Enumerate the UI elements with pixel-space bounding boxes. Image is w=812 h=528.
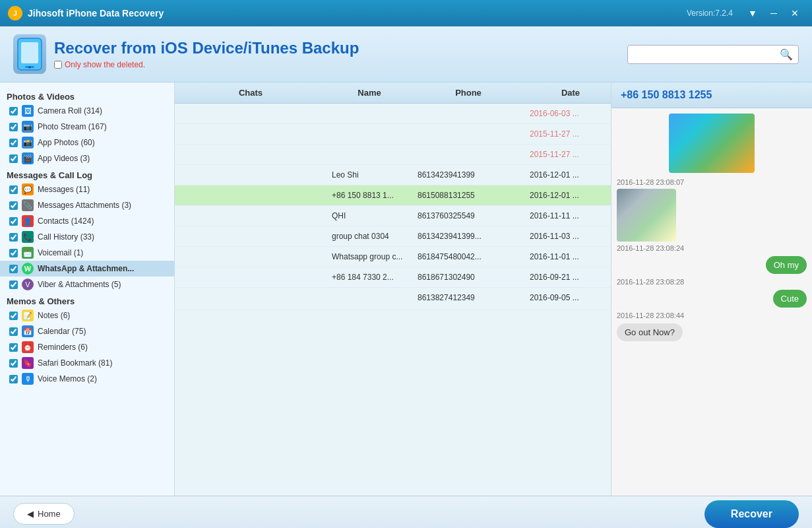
sidebar-check-app-videos[interactable] <box>9 154 18 163</box>
chat-timestamp-2: 2016-11-28 23:08:24 <box>617 244 807 252</box>
table-row[interactable]: DongAn Qin8618129900849...2015-11-27 ... <box>175 145 611 165</box>
table-row[interactable]: Have you been there?🌟Stephen Teo微信...861… <box>175 288 611 310</box>
sidebar-check-camera-roll[interactable] <box>9 107 18 116</box>
header: Recover from iOS Device/iTunes Backup On… <box>0 26 812 82</box>
sidebar-item-app-videos[interactable]: 🎬 App Videos (3) <box>0 150 174 166</box>
sidebar-check-whatsapp[interactable] <box>9 265 18 273</box>
bottom-bar: ◀ Home Recover <box>0 496 812 528</box>
header-left: Recover from iOS Device/iTunes Backup On… <box>13 34 359 74</box>
viber-icon: V <box>22 279 34 290</box>
top-chat-image <box>669 114 755 173</box>
window-controls: Version:7.2.4 ▼ ─ ✕ <box>687 4 804 22</box>
table-cell: 8613423941399 <box>412 169 524 181</box>
bubble-cute: Cute <box>773 290 807 308</box>
table-cell: Dong <box>175 148 327 160</box>
home-label: Home <box>38 509 61 519</box>
sidebar-check-viber[interactable] <box>9 280 18 289</box>
search-input[interactable] <box>633 50 780 59</box>
sidebar-item-viber[interactable]: V Viber & Attachments (5) <box>0 277 174 292</box>
sidebar-item-notes[interactable]: 📝 Notes (6) <box>0 308 174 323</box>
table-cell: 8613423941399... <box>412 230 524 242</box>
app-logo: J <box>8 6 22 20</box>
table-row[interactable]: 8613760325549...2015-11-27 ... <box>175 124 611 145</box>
photo-stream-icon: 📷 <box>22 121 34 133</box>
sidebar-section-messages: Messages & Call Log <box>0 166 174 182</box>
sidebar-label-photo-stream: Photo Stream (167) <box>38 122 107 131</box>
sidebar-section-memos: Memos & Others <box>0 292 174 308</box>
sidebar-label-viber: Viber & Attachments (5) <box>38 280 121 289</box>
table-cell: 8613423941399... <box>412 108 524 119</box>
table-row[interactable]: Leo Shi86134239413992016-12-01 ... <box>175 165 611 185</box>
show-deleted-checkbox[interactable] <box>54 61 62 69</box>
back-arrow-icon: ◀ <box>27 509 34 519</box>
sidebar-item-voicemail[interactable]: 📩 Voicemail (1) <box>0 245 174 261</box>
sidebar-check-messages[interactable] <box>9 185 18 194</box>
sidebar-item-voice-memos[interactable]: 🎙 Voice Memos (2) <box>0 371 174 387</box>
table-cell: 8613760325549 <box>412 210 524 222</box>
table-cell: 2016-11-11 ... <box>524 210 611 222</box>
table-cell <box>175 189 327 201</box>
table-row[interactable]: group chat 03048613423941399...2016-11-0… <box>175 226 611 247</box>
sidebar-label-whatsapp: WhatsApp & Attachmen... <box>38 264 134 273</box>
sidebar-item-call-history[interactable]: 📞 Call History (33) <box>0 229 174 245</box>
table-row[interactable]: +86 150 8813 1...86150881312552016-12-01… <box>175 185 611 206</box>
table-row[interactable]: Where all you go?8613423941399...2016-06… <box>175 104 611 124</box>
app-icon <box>13 34 46 74</box>
sidebar-check-reminders[interactable] <box>9 343 18 352</box>
home-button[interactable]: ◀ Home <box>13 503 75 525</box>
table-header: Chats Name Phone Date <box>175 82 611 104</box>
sidebar-check-calendar[interactable] <box>9 327 18 336</box>
col-header-name: Name <box>327 88 412 98</box>
cat-image-thumb <box>617 189 676 242</box>
call-history-icon: 📞 <box>22 231 34 243</box>
table-cell: 8613760325549... <box>412 128 524 140</box>
table-cell <box>175 128 327 140</box>
dropdown-button[interactable]: ▼ <box>743 4 762 22</box>
table-row[interactable]: Whatsapp group c...8618475480042...2016-… <box>175 247 611 267</box>
table-cell: Have you been there?🌟 <box>175 292 327 306</box>
chat-timestamp-3: 2016-11-28 23:08:28 <box>617 278 807 286</box>
table-cell: 8613827412349 <box>412 292 524 306</box>
search-box[interactable]: 🔍 <box>627 45 799 64</box>
calendar-icon: 📅 <box>22 325 34 337</box>
bubble-go-out: Go out Now? <box>617 323 683 341</box>
sidebar-item-photo-stream[interactable]: 📷 Photo Stream (167) <box>0 119 174 135</box>
sidebar-check-notes[interactable] <box>9 312 18 320</box>
sidebar-check-call-history[interactable] <box>9 233 18 242</box>
sidebar-check-messages-attach[interactable] <box>9 201 18 210</box>
sidebar-item-messages[interactable]: 💬 Messages (11) <box>0 182 174 197</box>
contacts-icon: 👤 <box>22 215 34 227</box>
app-name: Jihosoft iPhone Data Recovery <box>28 8 164 18</box>
table-cell <box>175 210 327 222</box>
recover-button[interactable]: Recover <box>704 500 799 528</box>
sidebar-item-camera-roll[interactable]: 🖼 Camera Roll (314) <box>0 103 174 119</box>
sidebar-item-reminders[interactable]: ⏰ Reminders (6) <box>0 339 174 355</box>
sidebar-check-photo-stream[interactable] <box>9 123 18 131</box>
sidebar-item-whatsapp[interactable]: W WhatsApp & Attachmen... <box>0 261 174 277</box>
sidebar-check-voice-memos[interactable] <box>9 375 18 383</box>
table-cell: 2016-09-21 ... <box>524 271 611 283</box>
svg-point-3 <box>29 67 31 69</box>
close-button[interactable]: ✕ <box>786 4 804 22</box>
minimize-button[interactable]: ─ <box>765 4 783 22</box>
table-cell: 2016-12-01 ... <box>524 189 611 201</box>
table-row[interactable]: QHI86137603255492016-11-11 ... <box>175 206 611 226</box>
sidebar-check-app-photos[interactable] <box>9 139 18 147</box>
sidebar-check-safari[interactable] <box>9 359 18 368</box>
sidebar-item-calendar[interactable]: 📅 Calendar (75) <box>0 323 174 339</box>
table-body: Where all you go?8613423941399...2016-06… <box>175 104 611 496</box>
table-row[interactable]: +86 184 7330 2...86186713024902016-09-21… <box>175 267 611 288</box>
table-cell <box>327 128 412 140</box>
table-cell: QHI <box>327 210 412 222</box>
sidebar-item-app-photos[interactable]: 📸 App Photos (60) <box>0 135 174 150</box>
sidebar-check-voicemail[interactable] <box>9 249 18 257</box>
title-bar: J Jihosoft iPhone Data Recovery Version:… <box>0 0 812 26</box>
whatsapp-icon: W <box>22 263 34 275</box>
sidebar-check-contacts[interactable] <box>9 217 18 226</box>
sidebar-item-safari[interactable]: 🔖 Safari Bookmark (81) <box>0 355 174 371</box>
search-icon[interactable]: 🔍 <box>780 48 793 61</box>
sidebar-item-messages-attach[interactable]: 📎 Messages Attachments (3) <box>0 197 174 213</box>
app-title-area: J Jihosoft iPhone Data Recovery <box>8 6 164 20</box>
sidebar-item-contacts[interactable]: 👤 Contacts (1424) <box>0 213 174 229</box>
bubble-oh-my: Oh my <box>766 256 807 274</box>
